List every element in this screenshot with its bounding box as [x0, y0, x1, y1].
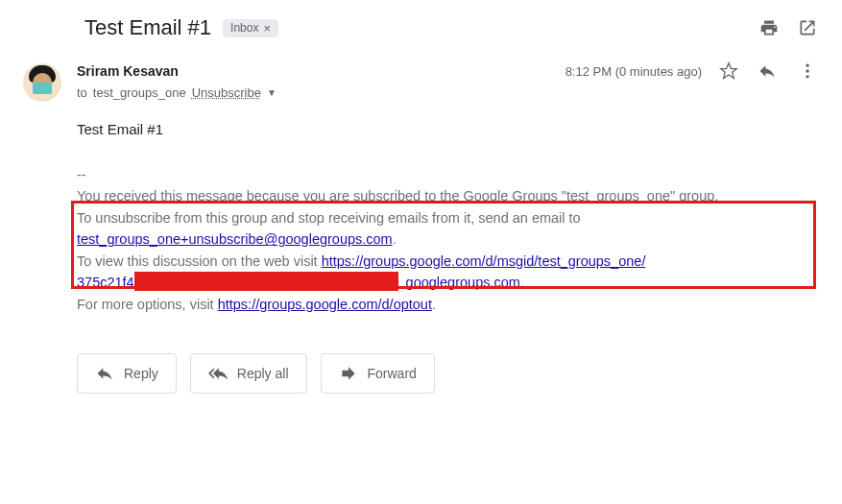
inbox-label-remove[interactable]: ×: [263, 21, 271, 36]
email-footer: -- You received this message because you…: [77, 164, 819, 315]
redaction-bar: [134, 272, 398, 291]
avatar[interactable]: [23, 63, 61, 102]
footer-line3: To view this discussion on the web visit: [77, 253, 322, 269]
print-icon[interactable]: [758, 16, 781, 39]
discussion-id-partial: 375c21f4-: [77, 275, 139, 290]
more-icon[interactable]: [796, 60, 819, 83]
reply-all-button[interactable]: Reply all: [190, 353, 307, 394]
svg-marker-0: [721, 63, 737, 79]
separator: --: [77, 164, 819, 185]
forward-button[interactable]: Forward: [321, 353, 435, 394]
reply-label: Reply: [124, 366, 158, 381]
timestamp: 8:12 PM (0 minutes ago): [565, 64, 702, 79]
footer-line5: For more options, visit: [77, 297, 218, 312]
discussion-domain[interactable]: googlegroups.com: [406, 275, 520, 290]
sender-name: Sriram Kesavan: [77, 63, 179, 79]
details-dropdown-icon[interactable]: ▼: [267, 87, 277, 98]
email-subject: Test Email #1: [84, 15, 211, 40]
star-icon[interactable]: [719, 61, 738, 81]
inbox-label-chip[interactable]: Inbox ×: [223, 19, 278, 37]
unsubscribe-link[interactable]: Unsubscribe: [192, 85, 261, 100]
svg-point-2: [806, 69, 808, 72]
footer-line1: You received this message because you ar…: [77, 188, 718, 204]
email-body: Test Email #1: [77, 121, 819, 137]
discussion-link[interactable]: https://groups.google.com/d/msgid/test_g…: [322, 253, 646, 269]
to-recipient: test_groups_one: [93, 85, 186, 100]
inbox-label-text: Inbox: [230, 21, 258, 35]
forward-arrow-icon: [339, 364, 358, 383]
svg-point-1: [806, 64, 808, 67]
open-new-window-icon[interactable]: [796, 16, 819, 39]
reply-button[interactable]: Reply: [77, 353, 177, 394]
footer-line2: To unsubscribe from this group and stop …: [77, 210, 581, 226]
forward-label: Forward: [368, 366, 417, 381]
unsubscribe-email-link[interactable]: test_groups_one+unsubscribe@googlegroups…: [77, 231, 393, 247]
svg-point-3: [806, 75, 808, 78]
reply-all-arrow-icon: [208, 364, 228, 383]
reply-all-label: Reply all: [237, 366, 289, 381]
optout-link[interactable]: https://groups.google.com/d/optout: [218, 297, 432, 312]
to-prefix: to: [77, 85, 87, 100]
reply-icon[interactable]: [756, 60, 779, 83]
reply-arrow-icon: [95, 364, 114, 383]
